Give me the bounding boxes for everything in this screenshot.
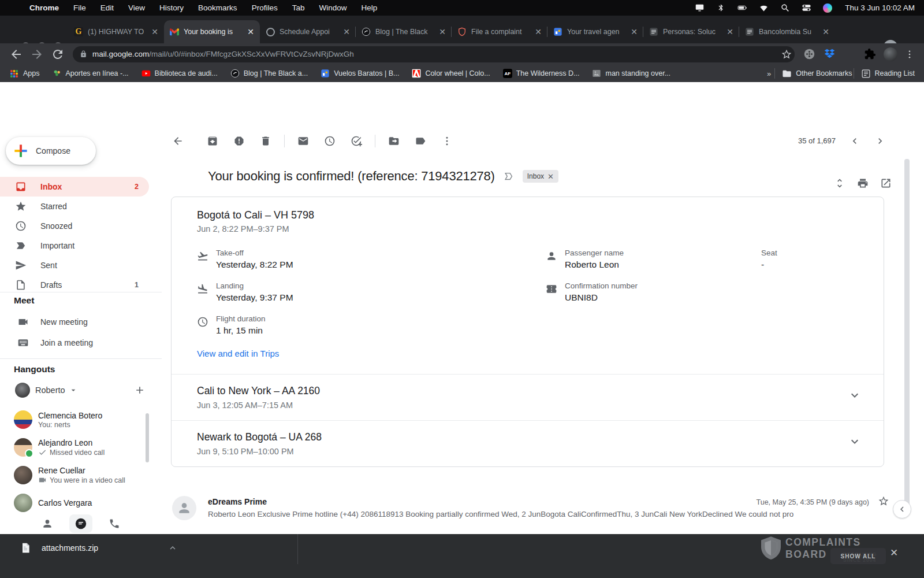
download-item[interactable]: attachments.zip [20,541,178,555]
browser-reload-button[interactable] [51,47,65,61]
sidebar-item-starred[interactable]: Starred [0,197,149,216]
menubar-item-file[interactable]: File [73,3,86,12]
https-lock-icon[interactable] [80,50,87,58]
browser-forward-button[interactable] [30,47,44,61]
move-to-button[interactable] [382,129,405,153]
contact-row[interactable]: Clemencia BoteroYou: nerts [0,406,146,433]
other-bookmarks-button[interactable]: Other Bookmarks [782,69,852,79]
label-chip-inbox[interactable]: Inbox ✕ [523,170,558,183]
menubar-app-name[interactable]: Chrome [29,3,59,12]
browser-profile-avatar[interactable] [884,47,897,61]
back-button[interactable] [166,129,189,153]
contacts-scrollbar[interactable] [146,413,149,462]
download-options-icon[interactable] [167,543,178,553]
main-scrollbar[interactable] [904,159,910,507]
sidebar-item-inbox[interactable]: Inbox2 [0,177,149,197]
apple-menu-icon[interactable] [9,3,18,13]
close-tab-icon[interactable]: ✕ [535,28,542,36]
add-to-tasks-button[interactable] [345,129,368,153]
bluetooth-icon[interactable] [716,3,726,13]
snooze-button[interactable] [318,129,341,153]
expand-all-button[interactable] [828,172,851,195]
expand-flight-chevron-icon[interactable] [848,435,862,449]
bookmark-item[interactable]: Aportes en línea -... [53,69,129,78]
sidebar-item-snoozed[interactable]: Snoozed [0,216,149,236]
browser-tab-4[interactable]: Blog | The Black✕ [356,20,452,43]
menubar-item-tab[interactable]: Tab [292,3,305,12]
browser-tab-6[interactable]: Your travel agen✕ [547,20,643,43]
hangouts-user[interactable]: Roberto [15,383,78,398]
browser-tab-2[interactable]: Your booking is✕ [164,20,260,43]
menubar-item-profiles[interactable]: Profiles [252,3,278,12]
close-tab-icon[interactable]: ✕ [151,28,158,36]
contact-row[interactable]: Carlos Vergara [0,489,146,517]
browser-menu-icon[interactable] [904,49,915,60]
open-in-new-window-button[interactable] [874,172,897,195]
browser-tab-8[interactable]: Bancolombia Su✕ [739,20,835,43]
archive-button[interactable] [201,129,224,153]
sidebar-item-new-meeting[interactable]: New meeting [0,312,162,332]
sidebar-item-join-a-meeting[interactable]: Join a meeting [0,333,162,353]
more-button[interactable] [435,129,459,153]
menubar-clock[interactable]: Thu 3 Jun 10:02 AM [845,3,915,12]
delete-button[interactable] [254,129,277,153]
browser-tab-1[interactable]: G(1) HIGHWAY TO✕ [68,20,164,43]
mark-unread-button[interactable] [292,129,315,153]
close-tab-icon[interactable]: ✕ [343,28,350,36]
control-center-icon[interactable] [802,3,811,13]
wifi-icon[interactable] [759,3,769,13]
bookmark-item[interactable]: Blog | The Black a... [230,69,308,78]
remove-label-icon[interactable]: ✕ [547,172,554,181]
contact-row[interactable]: Alejandro LeonMissed video call [0,433,146,461]
star-email-icon[interactable] [878,495,889,507]
newer-email-button[interactable] [843,129,866,153]
browser-tab-5[interactable]: File a complaint✕ [452,20,547,43]
tab-phone[interactable] [103,514,126,533]
reading-list-button[interactable]: Reading List [861,69,915,79]
menubar-item-view[interactable]: View [128,3,145,12]
tab-contacts[interactable] [36,514,59,533]
bookmark-item[interactable]: man standing over... [592,69,670,78]
sidebar-item-drafts[interactable]: Drafts1 [0,275,149,290]
browser-tab-7[interactable]: Personas: Soluc✕ [643,20,739,43]
bookmark-star-icon[interactable] [781,49,792,60]
browser-back-button[interactable] [9,47,23,61]
older-email-button[interactable] [869,129,892,153]
expand-flight-chevron-icon[interactable] [848,388,862,402]
extensions-puzzle-icon[interactable] [864,48,876,60]
importance-marker-icon[interactable] [503,171,515,182]
report-spam-button[interactable] [228,129,251,153]
close-tab-icon[interactable]: ✕ [247,28,254,36]
bookmark-item[interactable]: Biblioteca de audi... [141,69,218,78]
extension-film-icon[interactable] [803,48,815,60]
close-tab-icon[interactable]: ✕ [439,28,446,36]
close-tab-icon[interactable]: ✕ [726,28,733,36]
labels-button[interactable] [409,129,432,153]
view-in-trips-link[interactable]: View and edit in Trips [197,349,279,358]
sidebar-item-important[interactable]: Important [0,236,149,255]
compose-button[interactable]: Compose [6,137,96,165]
display-icon[interactable] [695,3,705,13]
extension-dropbox-icon[interactable] [824,48,836,60]
spotlight-icon[interactable] [780,3,790,13]
omnibox[interactable]: mail.google.com /mail/u/0/#inbox/FMfcgzG… [73,46,795,62]
print-button[interactable] [851,172,874,195]
browser-tab-3[interactable]: Schedule Appoi✕ [260,20,356,43]
close-tab-icon[interactable]: ✕ [822,28,829,36]
extension-colorwheel-icon[interactable] [844,48,856,60]
close-download-bar-icon[interactable]: ✕ [890,547,898,559]
close-tab-icon[interactable]: ✕ [631,28,638,36]
menubar-item-window[interactable]: Window [319,3,346,12]
show-all-button[interactable]: SHOW ALL [830,548,886,564]
new-conversation-button[interactable] [134,384,146,396]
menubar-item-edit[interactable]: Edit [100,3,114,12]
menubar-item-bookmarks[interactable]: Bookmarks [198,3,237,12]
battery-icon[interactable] [737,3,747,13]
bookmark-item[interactable]: Vuelos Baratos | B... [321,69,399,78]
bookmark-item[interactable]: AFThe Wilderness D... [503,69,580,78]
collapse-chevron-button[interactable] [893,500,911,518]
bookmark-item[interactable]: Color wheel | Colo... [412,69,490,78]
siri-icon[interactable] [823,3,832,13]
sidebar-item-sent[interactable]: Sent [0,255,149,275]
tab-chat[interactable] [69,514,92,533]
